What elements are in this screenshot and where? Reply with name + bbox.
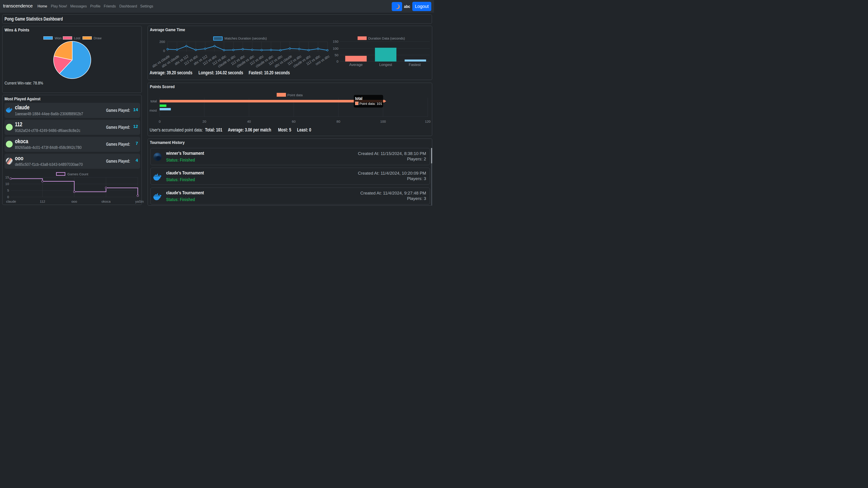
svg-text:150: 150 — [333, 39, 338, 43]
svg-text:50: 50 — [335, 53, 338, 57]
svg-text:Longest: Longest — [379, 63, 392, 67]
svg-text:100: 100 — [333, 46, 338, 51]
svg-text:80: 80 — [337, 120, 340, 123]
svg-text:yaSin: yaSin — [135, 199, 144, 203]
svg-text:20: 20 — [203, 120, 206, 123]
svg-text:0: 0 — [163, 49, 165, 53]
svg-text:40: 40 — [247, 120, 251, 123]
svg-text:claude: claude — [6, 199, 16, 203]
svg-text:112: 112 — [40, 199, 45, 203]
svg-text:200: 200 — [159, 40, 165, 43]
svg-text:5: 5 — [7, 188, 9, 192]
svg-text:100: 100 — [380, 120, 386, 123]
svg-text:120: 120 — [425, 120, 431, 123]
svg-text:15: 15 — [5, 175, 9, 179]
svg-text:0: 0 — [159, 120, 160, 123]
svg-text:10: 10 — [5, 182, 9, 186]
svg-text:Fastest: Fastest — [409, 63, 421, 67]
svg-text:Average: Average — [349, 63, 363, 67]
svg-text:0: 0 — [7, 195, 9, 199]
svg-text:okoca: okoca — [101, 199, 111, 203]
svg-text:total: total — [151, 99, 157, 103]
svg-text:0: 0 — [337, 59, 338, 63]
svg-text:most: most — [149, 108, 157, 112]
svg-text:ooo: ooo — [71, 199, 77, 203]
svg-text:60: 60 — [292, 120, 296, 123]
